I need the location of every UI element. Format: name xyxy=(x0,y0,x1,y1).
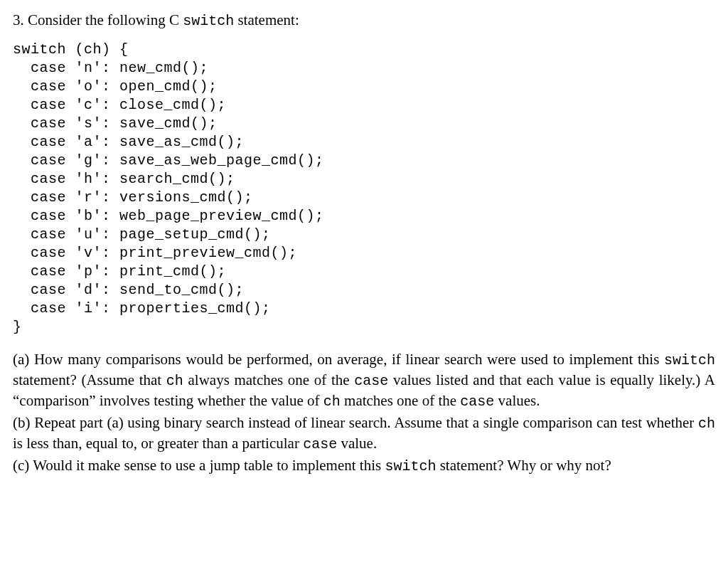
code-foot: } xyxy=(13,319,22,335)
code-listing: switch (ch) { case 'n': new_cmd(); case … xyxy=(13,41,715,337)
problem-number: 3. xyxy=(13,11,24,28)
intro-text-1: Consider the following C xyxy=(24,11,183,28)
question-c: (c) Would it make sense to use a jump ta… xyxy=(13,455,715,476)
problem-intro: 3. Consider the following C switch state… xyxy=(13,10,715,31)
code-head: switch (ch) { xyxy=(13,41,129,58)
question-a: (a) How many comparisons would be perfor… xyxy=(13,349,715,411)
intro-code-word: switch xyxy=(183,13,234,29)
question-b: (b) Repeat part (a) using binary search … xyxy=(13,413,715,454)
intro-text-2: statement: xyxy=(234,11,299,28)
questions-block: (a) How many comparisons would be perfor… xyxy=(13,349,715,476)
